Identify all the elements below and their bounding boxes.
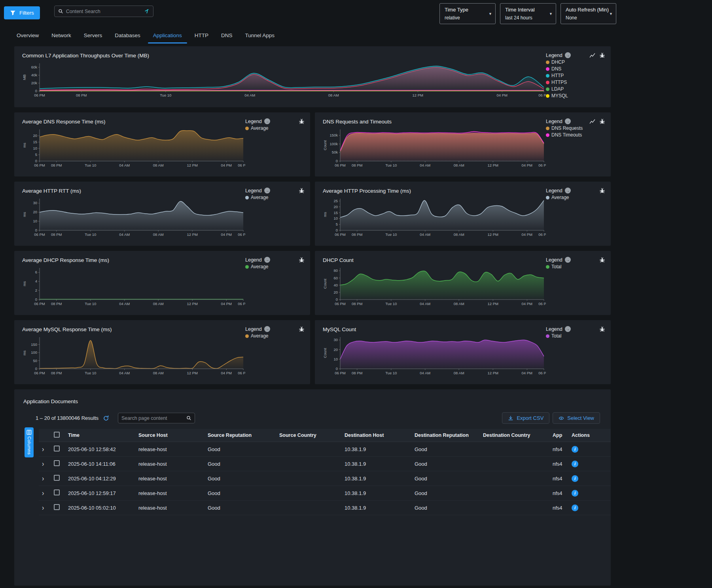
chart-canvas[interactable]: 05010015006 PM08 PMTue 1004 AM08 AM12 PM…: [21, 335, 245, 377]
svg-text:04 AM: 04 AM: [244, 93, 255, 97]
chart-canvas[interactable]: 050k100k150k06 PM08 PMTue 1004 AM08 AM12…: [322, 127, 546, 169]
table-row: ›2025-06-10 05:02:10release-hostGood10.3…: [39, 501, 611, 515]
legend-toggle[interactable]: Legend→: [546, 326, 595, 332]
chart-canvas[interactable]: 020k40k60k06 PM08 PMTue 1004 AM08 AM12 P…: [21, 61, 546, 99]
column-header-destination-host[interactable]: Destination Host: [341, 429, 411, 442]
tab-tunnel-apps[interactable]: Tunnel Apps: [239, 28, 281, 44]
info-icon[interactable]: i: [572, 505, 578, 511]
line-chart-icon[interactable]: [589, 118, 595, 124]
tab-applications[interactable]: Applications: [147, 28, 188, 44]
row-checkbox[interactable]: [54, 489, 60, 495]
legend-item-label: DHCP: [551, 59, 565, 65]
legend-item-dns-timeouts[interactable]: DNS Timeouts: [546, 132, 585, 138]
time-type-dropdown[interactable]: Time Type relative ▼: [439, 3, 496, 24]
info-icon[interactable]: i: [572, 461, 578, 467]
chart-canvas[interactable]: 024606 PM08 PMTue 1004 AM08 AM12 PM04 PM…: [21, 266, 245, 307]
column-header-source-host[interactable]: Source Host: [135, 429, 205, 442]
legend-item-ldap[interactable]: LDAP: [546, 86, 585, 92]
legend-toggle[interactable]: Legend→: [546, 118, 585, 124]
legend-label: Legend: [546, 119, 562, 124]
line-chart-icon[interactable]: [589, 52, 595, 58]
select-view-button[interactable]: Select View: [553, 412, 600, 424]
column-header-destination-reputation[interactable]: Destination Reputation: [411, 429, 480, 442]
legend-toggle[interactable]: Legend→: [546, 257, 595, 263]
row-expand-icon[interactable]: ›: [42, 504, 44, 511]
bug-icon[interactable]: [299, 326, 305, 332]
row-checkbox[interactable]: [54, 475, 60, 481]
content-search-input[interactable]: [66, 9, 141, 14]
row-expand-icon[interactable]: ›: [42, 460, 44, 467]
legend-item-total[interactable]: Total: [546, 333, 595, 339]
tab-dns[interactable]: DNS: [215, 28, 239, 44]
column-header-destination-country[interactable]: Destination Country: [480, 429, 549, 442]
bug-icon[interactable]: [299, 188, 305, 193]
legend-item-average[interactable]: Average: [546, 195, 595, 200]
chart-canvas[interactable]: 010203006 PM08 PMTue 1004 AM08 AM12 PM04…: [322, 335, 546, 377]
row-expand-icon[interactable]: ›: [42, 489, 44, 497]
svg-text:12 PM: 12 PM: [488, 302, 499, 306]
info-icon[interactable]: i: [572, 490, 578, 497]
legend-item-average[interactable]: Average: [245, 195, 295, 200]
bug-icon[interactable]: [299, 118, 305, 124]
legend-item-average[interactable]: Average: [245, 264, 295, 269]
tab-servers[interactable]: Servers: [78, 28, 109, 44]
filters-button[interactable]: Filters: [4, 6, 40, 19]
legend-item-http[interactable]: HTTP: [546, 73, 585, 78]
bug-icon[interactable]: [599, 326, 605, 332]
column-header-time[interactable]: Time: [65, 429, 135, 442]
row-checkbox[interactable]: [54, 504, 60, 510]
time-controls: Time Type relative ▼ Time Interval last …: [439, 3, 616, 24]
svg-text:04 AM: 04 AM: [119, 371, 130, 375]
legend-toggle[interactable]: Legend→: [245, 118, 295, 124]
row-expand-icon[interactable]: ›: [42, 446, 44, 453]
columns-button[interactable]: Columns: [25, 427, 34, 457]
column-header-source-country[interactable]: Source Country: [276, 429, 341, 442]
tab-http[interactable]: HTTP: [188, 28, 215, 44]
column-header-actions[interactable]: Actions: [568, 429, 611, 442]
panel-mysql-count: MySQL Count 010203006 PM08 PMTue 1004 AM…: [315, 320, 611, 384]
legend-item-mysql[interactable]: MYSQL: [546, 93, 585, 99]
legend-item-https[interactable]: HTTPS: [546, 80, 585, 85]
chart-canvas[interactable]: 010203006 PM08 PMTue 1004 AM08 AM12 PM04…: [21, 196, 245, 238]
legend-item-dns[interactable]: DNS: [546, 66, 585, 72]
chart-canvas[interactable]: 0510152006 PM08 PMTue 1004 AM08 AM12 PM0…: [21, 127, 245, 169]
legend-toggle[interactable]: Legend→: [245, 326, 295, 332]
cell-time: 2025-06-10 05:02:10: [65, 501, 135, 515]
time-interval-dropdown[interactable]: Time Interval last 24 hours ▼: [500, 3, 556, 24]
chart-canvas[interactable]: 02040608006 PM08 PMTue 1004 AM08 AM12 PM…: [322, 266, 546, 307]
tab-overview[interactable]: Overview: [10, 28, 45, 44]
legend-item-average[interactable]: Average: [245, 333, 295, 339]
bug-icon[interactable]: [599, 188, 605, 193]
legend-item-total[interactable]: Total: [546, 264, 595, 269]
bug-icon[interactable]: [599, 52, 605, 58]
refresh-icon[interactable]: [103, 415, 109, 421]
info-icon[interactable]: i: [572, 475, 578, 482]
auto-refresh-dropdown[interactable]: Auto Refresh (Min) None ▼: [561, 3, 616, 24]
cell-destination-host: 10.38.1.9: [341, 501, 411, 515]
export-csv-button[interactable]: Export CSV: [502, 412, 549, 424]
bug-icon[interactable]: [299, 257, 305, 263]
legend-toggle[interactable]: Legend→: [546, 188, 595, 193]
row-checkbox[interactable]: [54, 446, 60, 451]
row-checkbox[interactable]: [54, 460, 60, 466]
legend-item-dns-requests[interactable]: DNS Requests: [546, 125, 585, 131]
legend-toggle[interactable]: Legend→: [546, 52, 585, 58]
bug-icon[interactable]: [599, 257, 605, 263]
row-expand-icon[interactable]: ›: [42, 475, 44, 482]
info-icon[interactable]: i: [572, 446, 578, 453]
chart-canvas[interactable]: 051015202506 PM08 PMTue 1004 AM08 AM12 P…: [322, 196, 546, 238]
legend-item-average[interactable]: Average: [245, 125, 295, 131]
svg-text:ms: ms: [22, 281, 27, 286]
column-header-app[interactable]: App: [549, 429, 568, 442]
tab-databases[interactable]: Databases: [108, 28, 147, 44]
bug-icon[interactable]: [599, 118, 605, 124]
select-all-checkbox[interactable]: [54, 432, 60, 438]
legend-toggle[interactable]: Legend→: [245, 257, 295, 263]
columns-icon: [27, 430, 32, 435]
legend-item-dhcp[interactable]: DHCP: [546, 59, 585, 65]
page-content-search-input[interactable]: [121, 415, 184, 421]
column-header-source-reputation[interactable]: Source Reputation: [205, 429, 276, 442]
query-options-icon[interactable]: [144, 8, 150, 14]
tab-network[interactable]: Network: [45, 28, 78, 44]
legend-toggle[interactable]: Legend→: [245, 188, 295, 193]
